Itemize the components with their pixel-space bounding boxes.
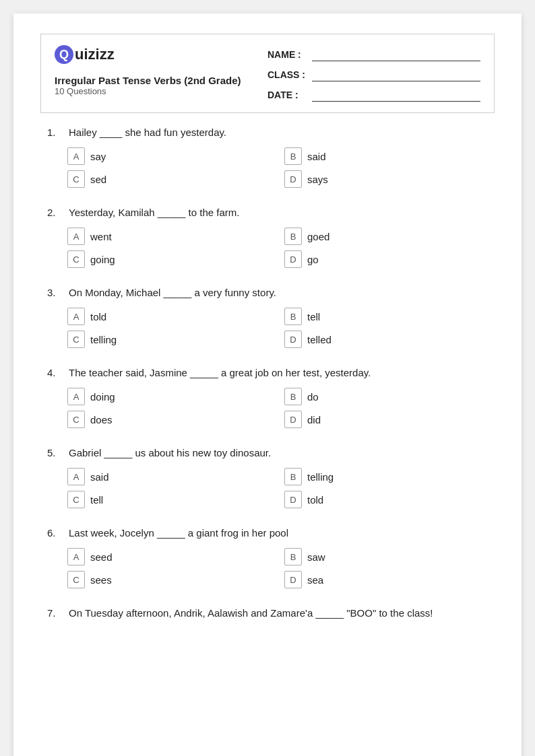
- logo-text: uizizz: [75, 46, 115, 63]
- question-1-body: Hailey ____ she had fun yesterday.: [69, 127, 226, 138]
- question-3-option-b[interactable]: Btell: [284, 308, 488, 325]
- question-2-option-d[interactable]: Dgo: [284, 250, 488, 268]
- worksheet-title: Irregular Past Tense Verbs (2nd Grade): [55, 75, 268, 86]
- option-letter-d-icon: D: [284, 491, 302, 508]
- question-2-number: 2.: [47, 207, 63, 218]
- question-6-option-b[interactable]: Bsaw: [284, 548, 488, 565]
- question-2-option-b[interactable]: Bgoed: [284, 228, 488, 245]
- question-4-options: AdoingBdoCdoesDdid: [47, 388, 488, 428]
- class-label: CLASS :: [268, 69, 308, 80]
- question-3-option-d[interactable]: Dtelled: [284, 331, 488, 348]
- question-4-option-d[interactable]: Ddid: [284, 411, 488, 428]
- question-3-option-a[interactable]: Atold: [67, 308, 271, 325]
- question-1-number: 1.: [47, 127, 63, 138]
- question-4-option-c[interactable]: Cdoes: [67, 411, 271, 428]
- name-label: NAME :: [268, 49, 308, 60]
- option-letter-c-icon: C: [67, 411, 85, 428]
- question-1-option-c[interactable]: Csed: [67, 170, 271, 188]
- logo-q-icon: Q: [55, 45, 73, 64]
- option-1-d-text: says: [307, 174, 328, 185]
- question-1-option-d[interactable]: Dsays: [284, 170, 488, 188]
- worksheet-subtitle: 10 Questions: [55, 86, 268, 96]
- question-6-option-c[interactable]: Csees: [67, 571, 271, 588]
- question-2-option-c[interactable]: Cgoing: [67, 250, 271, 268]
- question-6-number: 6.: [47, 527, 63, 539]
- question-5-option-d[interactable]: Dtold: [284, 491, 488, 508]
- question-6-option-d[interactable]: Dsea: [284, 571, 488, 588]
- question-7-number: 7.: [47, 607, 63, 619]
- question-2-body: Yesterday, Kamilah _____ to the farm.: [69, 207, 239, 218]
- page: Q uizizz Irregular Past Tense Verbs (2nd…: [13, 13, 522, 756]
- option-letter-c-icon: C: [67, 491, 85, 508]
- option-letter-c-icon: C: [67, 250, 85, 268]
- question-6-body: Last week, Jocelyn _____ a giant frog in…: [69, 527, 288, 539]
- option-letter-d-icon: D: [284, 170, 302, 188]
- question-3-option-c[interactable]: Ctelling: [67, 331, 271, 348]
- question-7-text: 7.On Tuesday afternoon, Andrik, Aalawish…: [47, 607, 488, 619]
- option-1-a-text: say: [90, 151, 106, 162]
- question-3-text: 3.On Monday, Michael _____ a very funny …: [47, 287, 488, 298]
- option-5-b-text: telling: [307, 471, 334, 483]
- option-5-a-text: said: [90, 471, 109, 483]
- question-5-option-b[interactable]: Btelling: [284, 468, 488, 485]
- logo: Q uizizz: [55, 45, 268, 64]
- option-2-a-text: went: [90, 231, 112, 242]
- option-6-c-text: sees: [90, 574, 112, 586]
- question-3-number: 3.: [47, 287, 63, 298]
- question-1-text: 1.Hailey ____ she had fun yesterday.: [47, 127, 488, 138]
- option-letter-b-icon: B: [284, 388, 302, 405]
- option-2-d-text: go: [307, 254, 319, 265]
- class-line: [312, 68, 480, 81]
- question-6: 6.Last week, Jocelyn _____ a giant frog …: [47, 527, 488, 588]
- question-2-options: AwentBgoedCgoingDgo: [47, 228, 488, 268]
- option-letter-a-icon: A: [67, 388, 85, 405]
- option-3-b-text: tell: [307, 311, 320, 322]
- question-5-option-a[interactable]: Asaid: [67, 468, 271, 485]
- date-line: [312, 88, 480, 102]
- option-letter-b-icon: B: [284, 228, 302, 245]
- option-letter-d-icon: D: [284, 411, 302, 428]
- option-6-b-text: saw: [307, 551, 325, 563]
- question-4-text: 4.The teacher said, Jasmine _____ a grea…: [47, 367, 488, 378]
- option-letter-b-icon: B: [284, 308, 302, 325]
- questions-section: 1.Hailey ____ she had fun yesterday.Asay…: [13, 113, 522, 651]
- question-5-text: 5.Gabriel _____ us about his new toy din…: [47, 447, 488, 458]
- question-5-options: AsaidBtellingCtellDtold: [47, 468, 488, 508]
- option-3-d-text: telled: [307, 334, 332, 345]
- question-1: 1.Hailey ____ she had fun yesterday.Asay…: [47, 127, 488, 188]
- option-2-b-text: goed: [307, 231, 329, 242]
- date-row: DATE :: [268, 88, 480, 102]
- question-5-option-c[interactable]: Ctell: [67, 491, 271, 508]
- question-2-option-a[interactable]: Awent: [67, 228, 271, 245]
- question-6-text: 6.Last week, Jocelyn _____ a giant frog …: [47, 527, 488, 539]
- option-5-c-text: tell: [90, 494, 103, 506]
- question-4-option-b[interactable]: Bdo: [284, 388, 488, 405]
- option-letter-b-icon: B: [284, 548, 302, 565]
- question-7-body: On Tuesday afternoon, Andrik, Aalawish a…: [69, 607, 433, 619]
- question-3-body: On Monday, Michael _____ a very funny st…: [69, 287, 276, 298]
- question-4: 4.The teacher said, Jasmine _____ a grea…: [47, 367, 488, 428]
- option-6-d-text: sea: [307, 574, 323, 586]
- question-4-option-a[interactable]: Adoing: [67, 388, 271, 405]
- option-letter-a-icon: A: [67, 308, 85, 325]
- option-3-a-text: told: [90, 311, 106, 322]
- option-1-c-text: sed: [90, 174, 106, 185]
- option-letter-c-icon: C: [67, 170, 85, 188]
- form-fields: NAME : CLASS : DATE :: [268, 45, 480, 102]
- question-6-option-a[interactable]: Aseed: [67, 548, 271, 565]
- option-letter-b-icon: B: [284, 468, 302, 485]
- option-5-d-text: told: [307, 494, 323, 506]
- option-3-c-text: telling: [90, 334, 117, 345]
- option-letter-a-icon: A: [67, 468, 85, 485]
- logo-area: Q uizizz Irregular Past Tense Verbs (2nd…: [55, 45, 268, 96]
- date-label: DATE :: [268, 90, 308, 100]
- option-6-a-text: seed: [90, 551, 113, 563]
- option-letter-d-icon: D: [284, 250, 302, 268]
- option-2-c-text: going: [90, 254, 115, 265]
- question-1-option-a[interactable]: Asay: [67, 147, 271, 165]
- question-1-option-b[interactable]: Bsaid: [284, 147, 488, 165]
- question-5-body: Gabriel _____ us about his new toy dinos…: [69, 447, 271, 458]
- option-4-a-text: doing: [90, 391, 115, 403]
- class-row: CLASS :: [268, 68, 480, 81]
- option-1-b-text: said: [307, 151, 326, 162]
